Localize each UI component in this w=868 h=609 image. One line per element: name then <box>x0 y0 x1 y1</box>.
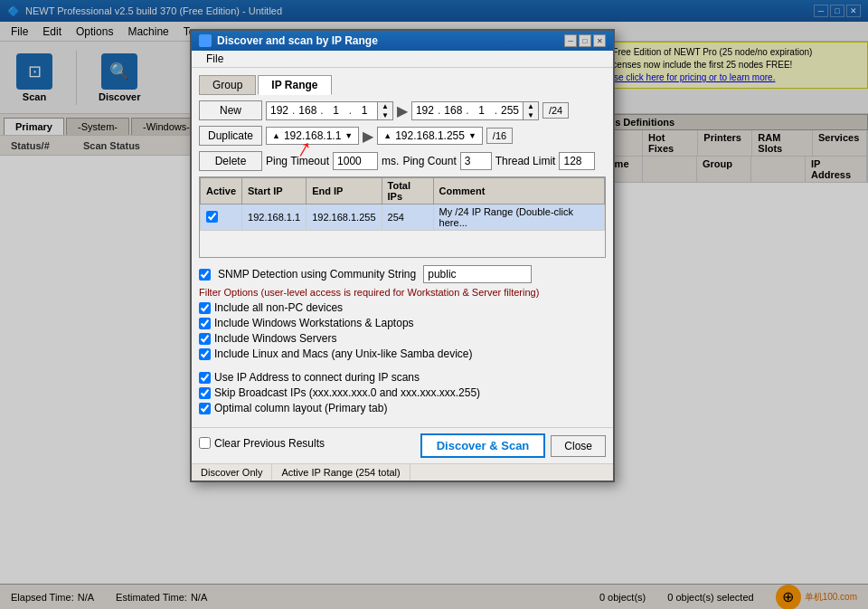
snmp-label: SNMP Detection using Community String <box>218 268 416 281</box>
th-comment: Comment <box>433 178 604 205</box>
dialog-maximize-button[interactable]: □ <box>579 34 591 47</box>
duplicate-button[interactable]: Duplicate <box>199 126 262 146</box>
cb-non-pc[interactable] <box>199 302 211 314</box>
dialog-status-discover-only[interactable]: Discover Only <box>192 464 272 481</box>
start-ip2-up[interactable]: ▲ <box>272 131 280 140</box>
thread-limit-input[interactable] <box>559 152 595 170</box>
dialog-bottom: Clear Previous Results Discover & Scan C… <box>192 427 613 463</box>
dialog-status-bar: Discover Only Active IP Range (254 total… <box>192 463 613 481</box>
dialog-status-active-range: Active IP Range (254 total) <box>272 464 410 481</box>
dialog-title-text: Discover and scan by IP Range <box>217 34 378 47</box>
ping-count-label: Ping Count <box>402 155 456 167</box>
cb-useip-row: Use IP Address to connect during IP scan… <box>199 371 606 384</box>
row-active-checkbox[interactable] <box>206 211 218 223</box>
dialog-title-bar: Discover and scan by IP Range ─ □ ✕ <box>192 31 613 51</box>
end-ip-o3[interactable] <box>469 102 495 119</box>
ping-unit: ms. <box>382 155 399 167</box>
ping-timeout-input[interactable] <box>333 152 378 170</box>
ping-count-input[interactable] <box>460 152 492 170</box>
td-comment: My /24 IP Range (Double-click here... <box>433 205 604 231</box>
cb-servers-row: Include Windows Servers <box>199 332 606 345</box>
th-end-ip: End IP <box>307 178 382 205</box>
dialog-tab-group[interactable]: Group <box>199 75 256 95</box>
cb-optimal-row: Optimal column layout (Primary tab) <box>199 402 606 414</box>
td-active <box>201 205 242 231</box>
new-ip-row: New . . . ▲ ▼ ▶ . . <box>199 100 606 120</box>
delete-button[interactable]: Delete <box>199 151 262 171</box>
cb-broadcast[interactable] <box>199 387 211 399</box>
table-row[interactable]: 192.168.1.1 192.168.1.255 254 My /24 IP … <box>201 205 605 231</box>
cb-non-pc-row: Include all non-PC devices <box>199 301 606 314</box>
start-ip-o4[interactable] <box>352 102 377 119</box>
end-ip-input: . . . ▲ ▼ <box>411 101 539 120</box>
cb-optimal[interactable] <box>199 403 211 414</box>
start-ip-o2[interactable] <box>295 102 320 119</box>
cb-workstations-row: Include Windows Workstations & Laptops <box>199 317 606 329</box>
ip-scan-checkboxes: Use IP Address to connect during IP scan… <box>199 371 606 414</box>
td-end-ip: 192.168.1.255 <box>307 205 382 231</box>
discover-scan-dialog: Discover and scan by IP Range ─ □ ✕ File… <box>190 29 615 482</box>
end-ip2-up[interactable]: ▲ <box>383 131 392 140</box>
snmp-input[interactable] <box>423 265 532 283</box>
cb-servers[interactable] <box>199 333 211 345</box>
cb-servers-label: Include Windows Servers <box>214 332 336 345</box>
discover-scan-button[interactable]: Discover & Scan <box>420 433 546 458</box>
arrow-separator: ▶ <box>397 102 408 119</box>
cb-linux[interactable] <box>199 348 211 360</box>
end-ip2-input: ▲ 192.168.1.255 ▼ <box>377 127 483 145</box>
dialog-tab-iprange[interactable]: IP Range <box>258 75 331 95</box>
td-total-ips: 254 <box>382 205 433 231</box>
ip-range-table: Active Start IP End IP Total IPs Comment… <box>200 177 605 231</box>
duplicate-ip-row: Duplicate ▲ 192.168.1.1 ▼ ▶ ▲ 192.168.1.… <box>199 126 606 146</box>
cb-broadcast-row: Skip Broadcast IPs (xxx.xxx.xxx.0 and xx… <box>199 386 606 399</box>
cb-linux-row: Include Linux and Macs (any Unix-like Sa… <box>199 347 606 360</box>
cb-non-pc-label: Include all non-PC devices <box>214 301 343 314</box>
cb-workstations-label: Include Windows Workstations & Laptops <box>214 317 414 329</box>
snmp-row: SNMP Detection using Community String <box>199 265 606 283</box>
th-total-ips: Total IPs <box>382 178 433 205</box>
end-ip-o4[interactable] <box>497 102 523 119</box>
thread-limit-label: Thread Limit <box>495 155 556 167</box>
clear-previous-checkbox[interactable] <box>199 437 211 449</box>
dialog-body: Group IP Range New . . . ▲ ▼ ▶ <box>192 68 613 427</box>
cb-workstations[interactable] <box>199 318 211 329</box>
cidr-main-badge: /24 <box>542 102 569 119</box>
cb-useip[interactable] <box>199 372 211 384</box>
start-ip-o1[interactable] <box>267 102 292 119</box>
end-ip-o2[interactable] <box>440 102 466 119</box>
end-ip-o1[interactable] <box>412 102 438 119</box>
close-dialog-button[interactable]: Close <box>551 435 606 457</box>
dialog-minimize-button[interactable]: ─ <box>564 34 577 47</box>
start-ip2-down[interactable]: ▼ <box>344 131 353 140</box>
dialog-action-row: Clear Previous Results Discover & Scan C… <box>199 433 606 458</box>
cb-useip-label: Use IP Address to connect during IP scan… <box>214 371 420 384</box>
cb-broadcast-label: Skip Broadcast IPs (xxx.xxx.xxx.0 and xx… <box>214 386 480 399</box>
clear-row: Clear Previous Results <box>199 437 325 450</box>
th-active: Active <box>201 178 242 205</box>
td-start-ip: 192.168.1.1 <box>242 205 307 231</box>
dialog-close-button[interactable]: ✕ <box>593 34 606 47</box>
delete-ping-row: Delete Ping Timeout ms. Ping Count Threa… <box>199 151 606 171</box>
table-header-row: Active Start IP End IP Total IPs Comment <box>201 178 605 205</box>
clear-previous-label: Clear Previous Results <box>214 437 325 450</box>
start-ip-spinner[interactable]: ▲ ▼ <box>377 102 392 119</box>
end-ip2-value: 192.168.1.255 <box>392 129 468 142</box>
start-ip-input: . . . ▲ ▼ <box>266 101 393 120</box>
th-start-ip: Start IP <box>242 178 307 205</box>
cidr2-badge: /16 <box>486 128 513 144</box>
dialog-menu-bar: File <box>192 51 613 68</box>
snmp-checkbox[interactable] <box>199 269 211 281</box>
cb-optimal-label: Optimal column layout (Primary tab) <box>214 402 387 414</box>
dialog-menu-file[interactable]: File <box>199 52 231 65</box>
end-ip-spinner[interactable]: ▲ ▼ <box>523 102 538 119</box>
new-button[interactable]: New <box>199 100 262 120</box>
start-ip-o3[interactable] <box>324 102 349 119</box>
end-ip2-down[interactable]: ▼ <box>468 131 476 140</box>
action-buttons: Discover & Scan Close <box>420 433 606 458</box>
filter-checkboxes: Include all non-PC devices Include Windo… <box>199 301 606 360</box>
arrow-sep2: ▶ <box>363 128 373 145</box>
dialog-icon <box>199 34 212 47</box>
filter-note: Filter Options (user-level access is req… <box>199 287 606 298</box>
ip-range-table-container: Active Start IP End IP Total IPs Comment… <box>199 176 606 258</box>
cb-linux-label: Include Linux and Macs (any Unix-like Sa… <box>214 347 472 360</box>
